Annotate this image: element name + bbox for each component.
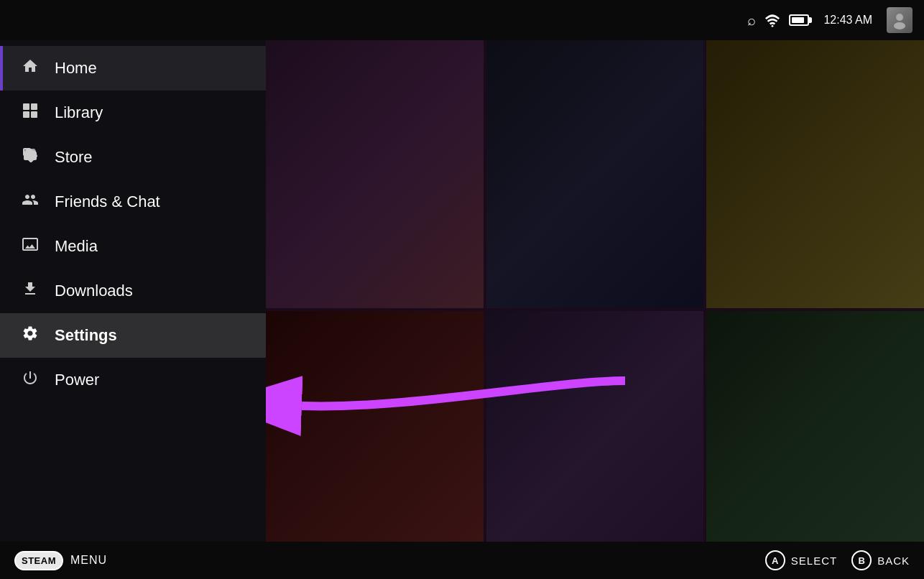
sidebar-item-home[interactable]: Home <box>0 46 266 91</box>
library-icon <box>20 102 40 124</box>
media-icon <box>20 236 40 257</box>
bg-tile-6 <box>706 311 924 579</box>
wifi-icon <box>764 13 780 27</box>
sidebar-label-store: Store <box>55 148 93 167</box>
sidebar-item-store[interactable]: Store <box>0 135 266 180</box>
sidebar-label-power: Power <box>55 371 99 389</box>
select-control[interactable]: A SELECT <box>765 550 837 570</box>
bg-tile-1 <box>266 40 484 308</box>
downloads-icon <box>20 280 40 302</box>
sidebar-label-friends: Friends & Chat <box>55 193 160 211</box>
svg-rect-6 <box>31 111 37 118</box>
avatar[interactable] <box>887 7 913 33</box>
sidebar-label-downloads: Downloads <box>55 282 133 300</box>
svg-point-1 <box>896 14 903 21</box>
bg-tile-2 <box>486 40 704 308</box>
sidebar-item-downloads[interactable]: Downloads <box>0 269 266 313</box>
steam-badge: STEAM <box>14 551 63 570</box>
bottom-controls: A SELECT B BACK <box>765 550 910 570</box>
steam-menu[interactable]: STEAM MENU <box>14 551 107 570</box>
time-display: 12:43 AM <box>823 14 872 27</box>
bottom-bar: STEAM MENU A SELECT B BACK <box>0 542 924 579</box>
sidebar-item-library[interactable]: Library <box>0 91 266 135</box>
background-content <box>266 40 924 579</box>
battery-icon <box>789 14 809 26</box>
svg-point-0 <box>772 25 774 27</box>
friends-icon <box>20 191 40 213</box>
bg-tile-3 <box>706 40 924 308</box>
top-bar: ⌕ 12:43 AM <box>0 0 924 40</box>
sidebar: Home Library Store <box>0 40 266 542</box>
svg-rect-3 <box>23 103 29 110</box>
sidebar-label-media: Media <box>55 237 98 256</box>
bg-tile-4 <box>266 311 484 579</box>
settings-icon <box>20 325 40 346</box>
sidebar-label-settings: Settings <box>55 326 117 345</box>
menu-label: MENU <box>70 554 107 567</box>
search-icon[interactable]: ⌕ <box>747 12 756 29</box>
back-control[interactable]: B BACK <box>851 550 910 570</box>
select-btn-circle: A <box>765 550 785 570</box>
back-btn-label: BACK <box>877 555 910 567</box>
sidebar-label-library: Library <box>55 103 103 122</box>
sidebar-label-home: Home <box>55 59 97 78</box>
store-icon <box>20 147 40 168</box>
sidebar-item-settings[interactable]: Settings <box>0 313 266 358</box>
back-btn-circle: B <box>851 550 872 570</box>
select-btn-label: SELECT <box>791 555 837 567</box>
svg-rect-5 <box>23 111 29 118</box>
sidebar-item-power[interactable]: Power <box>0 358 266 402</box>
svg-rect-4 <box>31 103 37 110</box>
bg-tile-5 <box>486 311 704 579</box>
sidebar-item-friends[interactable]: Friends & Chat <box>0 180 266 224</box>
status-icons: ⌕ 12:43 AM <box>747 7 913 33</box>
svg-point-2 <box>894 22 905 29</box>
power-icon <box>20 369 40 391</box>
sidebar-item-media[interactable]: Media <box>0 224 266 269</box>
active-indicator <box>0 46 3 91</box>
home-icon <box>20 57 40 79</box>
